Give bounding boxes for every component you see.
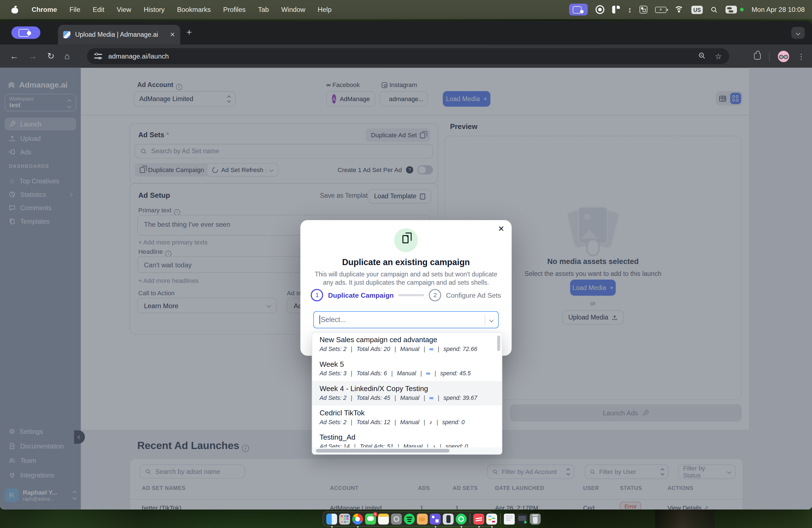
dock-finder-icon[interactable]	[326, 513, 337, 524]
modal-title: Duplicate an existing campaign	[301, 258, 512, 267]
wifi-icon[interactable]	[674, 6, 684, 13]
menu-tab[interactable]: Tab	[252, 6, 275, 14]
back-icon[interactable]: ←	[10, 51, 19, 62]
tab-title: Upload Media | Admanage.ai	[75, 31, 166, 39]
campaign-select-input[interactable]	[321, 316, 485, 324]
record-status-icon[interactable]	[596, 5, 605, 14]
horizontal-scrollbar[interactable]	[316, 449, 450, 453]
browser-menu-icon[interactable]: ⋮	[798, 52, 805, 60]
dock-spotify-icon[interactable]	[404, 513, 415, 524]
dock-red-app-icon[interactable]	[474, 513, 484, 524]
campaign-name: New Sales campaign ced advantage	[320, 336, 495, 344]
browser-window: Upload Media | Admanage.ai ✕ + ← → ↻ ⌂ a…	[0, 21, 812, 510]
extensions-icon[interactable]	[754, 53, 760, 59]
campaign-meta: Ad Sets: 3 | Total Ads: 6 | Manual | ∞ |…	[320, 370, 495, 377]
window-tile-icon[interactable]	[612, 6, 620, 14]
spotlight-search-icon[interactable]	[711, 6, 718, 13]
step-1-label: Duplicate Campaign	[328, 291, 394, 299]
dock-launchpad-icon[interactable]	[339, 513, 350, 524]
toolbar-divider	[769, 52, 769, 61]
dock-notes-icon[interactable]	[378, 513, 389, 524]
address-bar[interactable]: admanage.ai/launch ☆	[87, 48, 729, 64]
home-icon[interactable]: ⌂	[64, 51, 70, 62]
meta-icon: ∞	[426, 370, 430, 377]
campaign-meta: Ad Sets: 2 | Total Ads: 45 | Manual | ∞ …	[320, 395, 495, 401]
tab-favicon	[63, 31, 70, 39]
close-icon[interactable]: ✕	[498, 224, 505, 234]
chevron-down-icon	[489, 318, 494, 322]
dock-purple-app-icon[interactable]	[430, 513, 440, 524]
forward-icon[interactable]: →	[28, 51, 37, 62]
green-status-dot	[740, 8, 744, 11]
menubar-clock[interactable]: Mon Apr 28 10:08	[752, 6, 804, 14]
url-text: admanage.ai/launch	[108, 52, 169, 60]
meta-icon: ∞	[429, 346, 433, 352]
page-viewport: Admanage.ai Workspace test Launch Upload	[0, 68, 812, 510]
keyboard-layout-badge[interactable]: US	[691, 5, 703, 14]
meta-icon: ∞	[429, 395, 433, 401]
reload-icon[interactable]: ↻	[47, 51, 55, 62]
step-connector	[398, 294, 424, 296]
profile-camera-pill[interactable]	[11, 27, 40, 39]
menu-view[interactable]: View	[111, 6, 137, 14]
site-settings-icon[interactable]	[94, 53, 102, 59]
menu-profiles[interactable]: Profiles	[217, 6, 251, 14]
new-tab-button[interactable]: +	[186, 27, 192, 38]
campaign-name: Testing_Ad	[320, 433, 495, 441]
mission-control-icon[interactable]	[639, 6, 647, 14]
dock-divider	[470, 514, 470, 524]
vertical-scrollbar[interactable]	[497, 336, 500, 351]
tab-close-icon[interactable]: ✕	[170, 31, 175, 39]
campaign-dropdown-list: New Sales campaign ced advantageAd Sets:…	[312, 332, 503, 455]
campaign-meta: Ad Sets: 2 | Total Ads: 12 | Manual | ♪ …	[320, 419, 495, 425]
menu-help[interactable]: Help	[311, 6, 338, 14]
step-1-circle: 1	[311, 289, 323, 301]
control-center-icon[interactable]	[726, 6, 737, 14]
macos-dock: 4	[323, 511, 494, 527]
browser-tab[interactable]: Upload Media | Admanage.ai ✕	[58, 25, 180, 44]
macos-menubar: Chrome File Edit View History Bookmarks …	[0, 0, 812, 19]
browser-profile-avatar[interactable]	[778, 50, 789, 62]
dock-iphone-mirroring-icon[interactable]	[443, 513, 453, 524]
campaign-name: Week 4 - Linkedin/X Copy Testing	[320, 384, 495, 392]
dock-document-icon[interactable]	[504, 513, 514, 524]
dock-screen-share-window-icon[interactable]	[517, 513, 527, 524]
dock-trash-icon[interactable]	[530, 513, 540, 524]
battery-icon[interactable]: ⚡	[655, 6, 666, 13]
menu-edit[interactable]: Edit	[86, 6, 111, 14]
dock-settings-icon[interactable]	[391, 513, 402, 524]
apple-menu-icon[interactable]	[11, 6, 18, 13]
campaign-option[interactable]: Cedricl TikTokAd Sets: 2 | Total Ads: 12…	[313, 406, 502, 430]
dock-divider	[500, 514, 501, 524]
step-2-label: Configure Ad Sets	[446, 291, 501, 299]
tiktok-icon: ♪	[429, 419, 432, 425]
display-arrange-icon[interactable]: ↕	[628, 5, 632, 14]
menubar-app-name[interactable]: Chrome	[25, 6, 63, 14]
tab-search-chevron[interactable]	[791, 27, 805, 39]
dock-slack-icon[interactable]	[487, 513, 497, 524]
screen-share-status-icon[interactable]	[569, 4, 588, 15]
modal-steps: 1 Duplicate Campaign 2 Configure Ad Sets	[301, 289, 512, 301]
screen: Chrome File Edit View History Bookmarks …	[0, 0, 812, 528]
duplicate-doc-icon	[394, 229, 418, 252]
campaign-option[interactable]: New Sales campaign ced advantageAd Sets:…	[313, 333, 502, 357]
text-cursor	[320, 316, 320, 324]
dock-chrome-icon[interactable]	[352, 513, 363, 524]
menu-history[interactable]: History	[137, 6, 171, 14]
modal-description: This will duplicate your campaign and ad…	[313, 270, 499, 287]
messages-badge: 4	[373, 512, 378, 516]
dock-elephant-app-icon[interactable]	[417, 513, 427, 524]
menu-bookmarks[interactable]: Bookmarks	[171, 6, 217, 14]
menu-file[interactable]: File	[63, 6, 86, 14]
dock-messages-icon[interactable]: 4	[365, 513, 376, 524]
campaign-select[interactable]	[313, 311, 498, 328]
dock-whatsapp-icon[interactable]	[456, 513, 466, 524]
bookmark-star-icon[interactable]: ☆	[715, 52, 722, 61]
zoom-out-icon[interactable]	[698, 52, 706, 61]
browser-toolbar: ← → ↻ ⌂ admanage.ai/launch ☆ ⋮	[0, 44, 812, 68]
menu-window[interactable]: Window	[275, 6, 311, 14]
campaign-option[interactable]: Week 4 - Linkedin/X Copy TestingAd Sets:…	[313, 381, 502, 406]
campaign-option[interactable]: Week 5Ad Sets: 3 | Total Ads: 6 | Manual…	[313, 357, 502, 381]
tab-strip: Upload Media | Admanage.ai ✕ +	[0, 21, 812, 44]
campaign-name: Cedricl TikTok	[320, 408, 495, 417]
